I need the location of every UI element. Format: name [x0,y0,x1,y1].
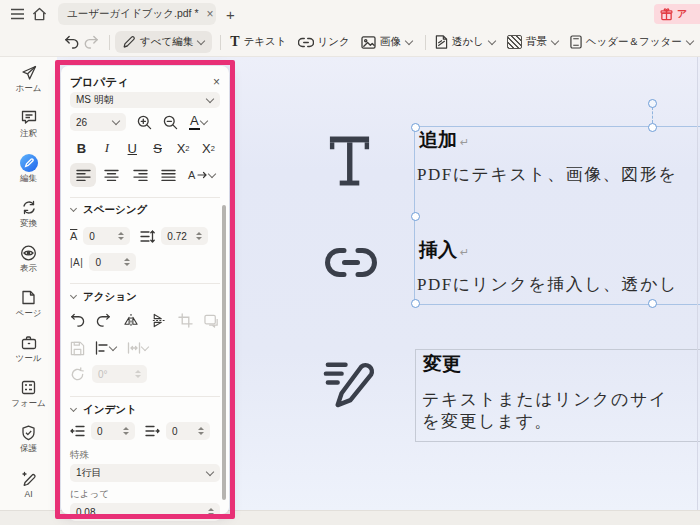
indent-left-icon [70,425,85,437]
sidebar-item-protect[interactable]: 保護 [0,417,57,462]
new-tab-button[interactable]: + [226,7,235,22]
home-icon[interactable] [28,3,50,25]
indent-section-header[interactable]: インデント [61,404,229,416]
align-justify-button[interactable] [156,163,182,187]
menu-icon[interactable] [6,3,28,25]
sidebar-item-annotate[interactable]: 注釈 [0,102,57,147]
subscript-button[interactable]: X2 [197,141,220,156]
char-spacing-icon: A [70,230,77,242]
indent-by-stepper[interactable]: 0.08 [70,503,220,521]
doc-heading-insert[interactable]: 挿入↵ [419,239,469,263]
word-spacing-icon: |A| [70,257,83,268]
action-section-header[interactable]: アクション [61,291,229,303]
spacing-section-header[interactable]: スペーシング [61,204,229,216]
sidebar-item-edit[interactable]: 編集 [0,147,57,192]
gift-icon [660,8,673,21]
undo-icon[interactable] [64,32,79,52]
word-spacing-stepper[interactable]: 0 [89,253,136,271]
bold-button[interactable]: B [70,141,93,156]
doc-body-add[interactable]: PDFにテキスト、画像、図形を [417,164,677,186]
tab-close-icon[interactable]: × [207,8,214,20]
increase-font-icon[interactable] [137,115,152,130]
sidebar-item-view[interactable]: 表示 [0,237,57,282]
upgrade-button[interactable]: ア [654,4,700,24]
line-spacing-stepper[interactable]: 0.72 [161,227,208,245]
text-tool-icon: T [230,35,239,49]
panel-scrollbar[interactable] [222,205,226,500]
flip-vertical-icon[interactable] [150,313,166,328]
doc-heading-change[interactable]: 変更 [423,353,461,375]
rocket-icon [21,64,37,81]
upgrade-label: ア [677,7,687,21]
rotation-handle[interactable] [648,99,657,108]
distribute-button[interactable] [127,341,149,355]
panel-title: プロパティ [70,75,129,90]
sidebar-item-page[interactable]: ページ [0,282,57,327]
decrease-font-icon[interactable] [163,115,178,130]
redo-icon[interactable] [84,32,99,52]
sidebar: ホーム 注釈 編集 変換 表示 [0,57,57,511]
align-right-button[interactable] [127,163,153,187]
background-button[interactable]: 背景 [503,31,563,53]
pdf-editor-window: ユーザーガイドブック.pdf * × + ア すべて編集 T [0,0,700,525]
align-objects-button[interactable] [95,341,117,355]
selection-handle-top-middle[interactable] [648,123,657,132]
sidebar-item-home[interactable]: ホーム [0,57,57,102]
page-icon [21,289,36,306]
replace-image-icon[interactable] [204,313,220,328]
sidebar-item-ai[interactable]: AI [0,462,57,507]
comment-icon [21,109,37,126]
save-icon[interactable] [70,341,85,356]
sidebar-item-convert[interactable]: 変換 [0,192,57,237]
doc-body-change-line1[interactable]: テキストまたはリンクのサイ [422,389,668,411]
background-icon [507,35,522,49]
indent-right-icon [145,425,160,437]
font-family-select[interactable]: MS 明朝 [70,92,220,108]
text-button[interactable]: T テキスト [226,31,290,53]
special-indent-select[interactable]: 1行目 [70,464,220,482]
selection-handle-middle-left[interactable] [411,212,420,221]
doc-body-change-line2[interactable]: を変更します。 [422,411,553,433]
indent-left-stepper[interactable]: 0 [91,422,135,440]
selection-handle-bottom-left[interactable] [411,299,420,308]
rotate-right-icon[interactable] [96,313,111,328]
briefcase-icon [21,334,37,351]
return-mark: ↵ [460,246,469,258]
char-spacing-stepper[interactable]: 0 [83,227,130,245]
align-left-button[interactable] [70,163,96,187]
crop-icon[interactable] [178,313,193,328]
text-direction-button[interactable]: A [184,163,220,187]
convert-icon [21,199,37,216]
link-button[interactable]: リンク [294,31,354,53]
document-tab[interactable]: ユーザーガイドブック.pdf * × [58,3,216,25]
rotate-angle-stepper[interactable]: 0° [92,365,147,383]
sidebar-item-form[interactable]: フォーム [0,372,57,417]
tab-title: ユーザーガイドブック.pdf * [67,7,199,21]
sidebar-item-tools[interactable]: ツール [0,327,57,372]
doc-heading-add[interactable]: 追加↵ [419,129,469,153]
superscript-button[interactable]: X2 [172,141,195,156]
font-size-select[interactable]: 26 [70,113,126,131]
panel-close-icon[interactable]: × [213,76,220,88]
ai-pen-icon [21,470,37,487]
rotate-left-icon[interactable] [70,313,85,328]
properties-panel: プロパティ × MS 明朝 26 A B I U S X2 [61,66,229,514]
text-tool-glyph-icon [326,133,373,189]
edit-pen-icon [122,35,136,49]
selection-handle-bottom-middle[interactable] [648,299,657,308]
flip-horizontal-icon[interactable] [123,313,139,328]
edit-all-button[interactable]: すべて編集 [115,31,212,53]
strikethrough-button[interactable]: S [146,141,169,156]
align-center-button[interactable] [99,163,125,187]
indent-right-stepper[interactable]: 0 [166,422,210,440]
header-footer-icon [570,35,582,49]
image-button[interactable]: 画像 [357,31,417,53]
underline-button[interactable]: U [121,141,144,156]
watermark-button[interactable]: 透かし [431,31,500,53]
italic-button[interactable]: I [95,140,118,156]
font-color-button[interactable]: A [189,114,208,130]
header-footer-button[interactable]: ヘッダー＆フッター [566,31,698,53]
line-spacing-icon [140,230,155,243]
image-icon [361,36,376,49]
doc-body-insert[interactable]: PDFにリンクを挿入し、透かし [417,274,678,296]
